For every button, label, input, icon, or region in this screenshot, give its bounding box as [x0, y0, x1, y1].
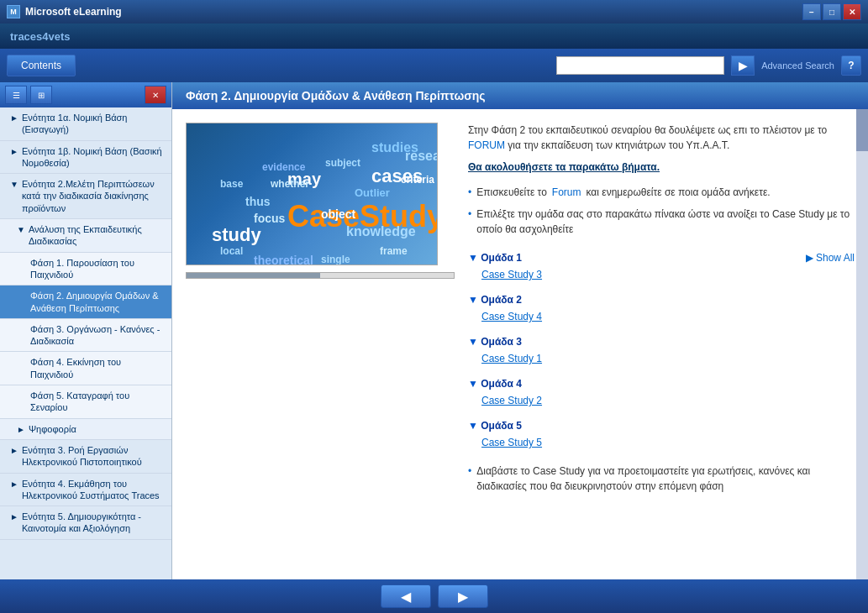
app-title: Microsoft eLearning — [25, 6, 122, 18]
scrollbar-track[interactable] — [856, 109, 868, 579]
show-all-button[interactable]: Show All — [806, 250, 855, 265]
intro-text-part2: για την εκπαίδευση των κτηνιάτρων του Υπ… — [505, 139, 729, 151]
minimize-button[interactable]: − — [802, 3, 821, 20]
expand-icon: ► — [10, 511, 18, 522]
step-1-text-after: και ενημερωθείτε σε ποια ομάδα ανήκετε. — [587, 185, 771, 200]
sidebar-item-label: Ενότητα 1β. Νομική Βάση (Βασική Νομοθεσί… — [22, 145, 165, 170]
sidebar-item-label: Ανάλυση της Εκπαιδευτικής Διαδικασίας — [29, 223, 165, 248]
case-study-link-group-4[interactable]: Case Study 2 — [468, 393, 855, 408]
main-area: ☰ ⊞ ✕ ►Ενότητα 1α. Νομική Βάση (Εισαγωγή… — [0, 82, 868, 579]
search-input[interactable] — [556, 56, 724, 75]
word-cloud-word: object — [321, 207, 355, 221]
step-2-text: Επιλέξτε την ομάδα σας στο παρακάτω πίνα… — [476, 207, 855, 237]
content-body: CaseStudycasesresearchstudiesmaystudythu… — [172, 109, 868, 579]
sidebar-item-item-2-analysis[interactable]: ▼Ανάλυση της Εκπαιδευτικής Διαδικασίας — [0, 219, 171, 253]
sidebar-item-item-vote[interactable]: ►Ψηφοφορία — [0, 419, 171, 440]
case-study-image: CaseStudycasesresearchstudiesmaystudythu… — [186, 123, 438, 265]
sidebar-item-label: Ενότητα 1α. Νομική Βάση (Εισαγωγή) — [22, 112, 165, 136]
titlebar: M Microsoft eLearning − □ ✕ — [0, 0, 868, 24]
sidebar-item-item-phase1[interactable]: Φάση 1. Παρουσίαση του Παιχνιδιού — [0, 253, 171, 286]
search-go-button[interactable]: ▶ — [731, 55, 755, 76]
intro-paragraph: Στην Φάση 2 του εκπαιδευτικού σεναρίου θ… — [468, 123, 855, 153]
group-title: Ομάδα 4 — [468, 376, 855, 391]
sidebar-item-item-1a[interactable]: ►Ενότητα 1α. Νομική Βάση (Εισαγωγή) — [0, 107, 171, 141]
word-cloud-word: subject — [325, 157, 360, 169]
sidebar-item-item-5[interactable]: ►Ενότητα 5. Δημιουργικότητα - Καινοτομία… — [0, 506, 171, 540]
sidebar-item-label: Ενότητα 4. Εκμάθηση του Ηλεκτρονικού Συσ… — [22, 478, 165, 502]
sidebar-item-label: Φάση 3. Οργάνωση - Κανόνες - Διαδικασία — [30, 323, 165, 348]
group-section-group-5: Ομάδα 5Case Study 5 — [468, 418, 855, 450]
scrollbar-thumb[interactable] — [856, 109, 868, 151]
sidebar-item-label: Φάση 2. Δημιουργία Ομάδων & Ανάθεση Περί… — [30, 290, 165, 314]
sidebar-item-label: Φάση 1. Παρουσίαση του Παιχνιδιού — [30, 257, 165, 281]
case-study-link-group-5[interactable]: Case Study 5 — [468, 435, 855, 450]
sidebar-item-item-1b[interactable]: ►Ενότητα 1β. Νομική Βάση (Βασική Νομοθεσ… — [0, 141, 171, 175]
sidebar-item-label: Ενότητα 2.Μελέτη Περιπτώσεων κατά την δι… — [22, 178, 165, 214]
group-title: Ομάδα 5 — [468, 418, 855, 433]
forum-link-2[interactable]: Forum — [552, 185, 581, 200]
word-cloud-word: whether — [271, 178, 309, 190]
groups-container: Show All Ομάδα 1Case Study 3Ομάδα 2Case … — [468, 250, 855, 497]
expand-icon: ► — [10, 445, 18, 456]
help-button[interactable]: ? — [841, 55, 861, 76]
group-section-group-2: Ομάδα 2Case Study 4 — [468, 292, 855, 324]
last-bullet-text: Διαβάστε το Case Study για να προετοιμασ… — [476, 464, 855, 494]
group-section-group-3: Ομάδα 3Case Study 1 — [468, 334, 855, 366]
group-section-group-4: Ομάδα 4Case Study 2 — [468, 376, 855, 408]
group-section-group-1: Ομάδα 1Case Study 3 — [468, 250, 855, 282]
sidebar-item-item-3[interactable]: ►Ενότητα 3. Ροή Εργασιών Ηλεκτρονικού Πι… — [0, 440, 171, 474]
sidebar-item-item-2[interactable]: ▼Ενότητα 2.Μελέτη Περιπτώσεων κατά την δ… — [0, 174, 171, 219]
sidebar-item-item-4[interactable]: ►Ενότητα 4. Εκμάθηση του Ηλεκτρονικού Συ… — [0, 474, 171, 507]
window-controls: − □ ✕ — [802, 3, 861, 20]
sidebar-item-item-phase2[interactable]: Φάση 2. Δημιουργία Ομάδων & Ανάθεση Περί… — [0, 286, 171, 319]
contents-button[interactable]: Contents — [7, 55, 76, 76]
sidebar-item-item-phase4[interactable]: Φάση 4. Εκκίνηση του Παιχνιδιού — [0, 352, 171, 385]
app-icon: M — [7, 5, 20, 18]
app-brand: traces4vets — [10, 30, 71, 43]
content-header: Φάση 2. Δημιουργία Ομάδων & Ανάθεση Περί… — [172, 82, 868, 109]
sidebar-grid-view-button[interactable]: ⊞ — [30, 86, 52, 104]
sidebar-close-button[interactable]: ✕ — [145, 86, 166, 104]
steps-list: Επισκευθείτε το Forum και ενημερωθείτε σ… — [468, 181, 855, 240]
word-cloud: CaseStudycasesresearchstudiesmaystudythu… — [187, 123, 437, 265]
case-study-link-group-3[interactable]: Case Study 1 — [468, 351, 855, 366]
last-instructions: Διαβάστε το Case Study για να προετοιμασ… — [468, 460, 855, 497]
content-text: Στην Φάση 2 του εκπαιδευτικού σεναρίου θ… — [468, 123, 855, 566]
content-image-area: CaseStudycasesresearchstudiesmaystudythu… — [186, 123, 455, 566]
word-cloud-word: theoretical — [254, 254, 313, 265]
intro-text-part1: Στην Φάση 2 του εκπαιδευτικού σεναρίου θ… — [468, 124, 827, 136]
close-button[interactable]: ✕ — [843, 3, 861, 20]
case-study-link-group-2[interactable]: Case Study 4 — [468, 309, 855, 324]
expand-icon: ► — [10, 113, 18, 123]
word-cloud-word: frame — [380, 245, 408, 257]
sidebar-item-item-phase5[interactable]: Φάση 5. Καταγραφή του Σεναρίου — [0, 385, 171, 419]
sidebar-item-item-phase3[interactable]: Φάση 3. Οργάνωση - Κανόνες - Διαδικασία — [0, 319, 171, 353]
word-cloud-word: focus — [254, 212, 285, 225]
step-2-item: Επιλέξτε την ομάδα σας στο παρακάτω πίνα… — [468, 203, 855, 240]
restore-button[interactable]: □ — [823, 3, 841, 20]
advanced-search-link[interactable]: Advanced Search — [761, 60, 834, 71]
word-cloud-word: studies — [371, 140, 418, 155]
steps-title: Θα ακολουθήσετε τα παρακάτω βήματα. — [468, 160, 855, 175]
group-title: Ομάδα 1 — [468, 250, 855, 265]
case-study-link-group-1[interactable]: Case Study 3 — [468, 267, 855, 282]
sidebar-item-label: Ψηφοφορία — [29, 423, 76, 435]
sidebar-item-label: Ενότητα 3. Ροή Εργασιών Ηλεκτρονικού Πισ… — [22, 444, 165, 469]
expand-icon: ► — [10, 146, 18, 157]
prev-button[interactable]: ◀ — [381, 584, 431, 608]
sidebar-item-label: Φάση 5. Καταγραφή του Σεναρίου — [30, 390, 165, 414]
word-cloud-word: knowledge — [346, 224, 416, 239]
forum-link[interactable]: FORUM — [468, 139, 505, 151]
step-1-item: Επισκευθείτε το Forum και ενημερωθείτε σ… — [468, 181, 855, 203]
toolbar: Contents ▶ Advanced Search ? — [0, 49, 868, 82]
bottom-navigation: ◀ ▶ — [0, 579, 868, 613]
word-cloud-word: single — [321, 254, 350, 265]
expand-icon: ▼ — [17, 224, 25, 235]
word-cloud-word: Outlier — [355, 186, 390, 199]
word-cloud-word: study — [212, 224, 261, 246]
sidebar-toolbar: ☰ ⊞ ✕ — [0, 82, 171, 107]
next-button[interactable]: ▶ — [438, 584, 488, 608]
groups-list: Ομάδα 1Case Study 3Ομάδα 2Case Study 4Ομ… — [468, 250, 855, 450]
expand-icon: ► — [17, 424, 25, 435]
sidebar-list-view-button[interactable]: ☰ — [5, 86, 27, 104]
